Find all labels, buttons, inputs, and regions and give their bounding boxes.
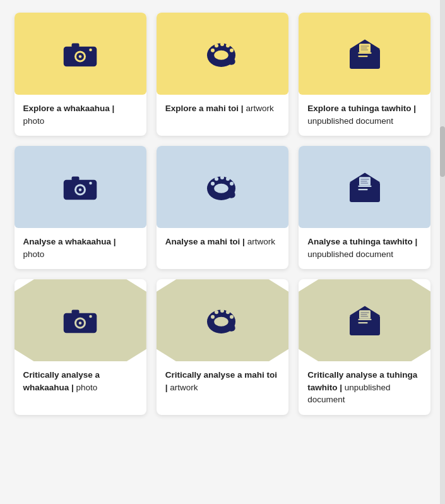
svg-point-3 [79,55,82,58]
card-analyse-document[interactable]: Analyse a tuhinga tawhito | unpublished … [299,146,430,269]
card-grid: Explore a whakaahua | photo Explore a ma… [15,13,431,415]
svg-point-9 [215,44,218,47]
svg-point-57 [226,311,230,315]
svg-rect-45 [360,183,368,184]
card-label-analyse-artwork: Analyse a mahi toi | artwork [157,228,288,257]
svg-point-28 [89,182,92,185]
svg-point-12 [230,49,234,52]
card-label-analyse-document: Analyse a tuhinga tawhito | unpublished … [299,228,430,269]
svg-rect-4 [72,44,80,48]
svg-point-5 [89,49,92,52]
scrollbar-thumb[interactable] [440,126,445,177]
card-label-critically-artwork: Critically analyse a mahi toi | artwork [157,361,288,402]
scrollbar-track [440,0,445,504]
svg-rect-20 [360,45,369,47]
svg-point-33 [220,176,224,179]
card-image-critically-artwork [157,279,288,361]
svg-point-30 [215,184,229,193]
card-image-critically-document [299,279,430,361]
svg-point-11 [226,44,230,47]
svg-rect-21 [360,47,367,49]
svg-point-10 [220,42,224,46]
card-image-explore-document [299,13,430,95]
svg-point-51 [89,315,92,318]
svg-rect-67 [360,315,367,316]
svg-rect-44 [360,181,367,182]
card-label-explore-document: Explore a tuhinga tawhito | unpublished … [299,95,430,136]
card-critically-artwork[interactable]: Critically analyse a mahi toi | artwork [157,279,288,415]
svg-point-8 [211,49,215,52]
card-explore-document[interactable]: Explore a tuhinga tawhito | unpublished … [299,13,430,136]
svg-point-58 [230,315,234,319]
card-image-analyse-document [299,146,430,228]
svg-point-55 [215,311,218,315]
card-image-explore-artwork [157,13,288,95]
card-explore-artwork[interactable]: Explore a mahi toi | artwork [157,13,288,136]
svg-point-35 [230,182,234,186]
svg-point-31 [211,182,215,186]
svg-point-49 [79,322,82,325]
card-analyse-photo[interactable]: Analyse a whakaahua | photo [15,146,146,269]
card-image-analyse-artwork [157,146,288,228]
card-analyse-artwork[interactable]: Analyse a mahi toi | artwork [157,146,288,269]
card-image-explore-photo [15,13,146,95]
svg-rect-50 [72,310,80,315]
svg-point-34 [226,177,230,181]
svg-point-54 [211,315,215,319]
svg-rect-27 [72,177,80,181]
svg-point-56 [220,309,224,313]
svg-rect-22 [360,49,368,51]
svg-point-26 [79,188,82,191]
svg-rect-68 [360,316,368,318]
card-explore-photo[interactable]: Explore a whakaahua | photo [15,13,146,136]
card-critically-document[interactable]: Critically analyse a tuhinga tawhito | u… [299,279,430,415]
svg-rect-43 [360,179,369,180]
card-label-analyse-photo: Analyse a whakaahua | photo [15,228,146,269]
card-label-critically-document: Critically analyse a tuhinga tawhito | u… [299,361,430,415]
svg-point-7 [215,51,229,60]
card-label-explore-artwork: Explore a mahi toi | artwork [157,95,288,124]
card-critically-photo[interactable]: Critically analyse a whakaahua | photo [15,279,146,415]
card-image-analyse-photo [15,146,146,228]
svg-point-32 [215,177,218,181]
svg-point-53 [215,317,229,327]
card-image-critically-photo [15,279,146,361]
card-label-explore-photo: Explore a whakaahua | photo [15,95,146,136]
svg-rect-66 [360,313,369,314]
card-label-critically-photo: Critically analyse a whakaahua | photo [15,361,146,402]
